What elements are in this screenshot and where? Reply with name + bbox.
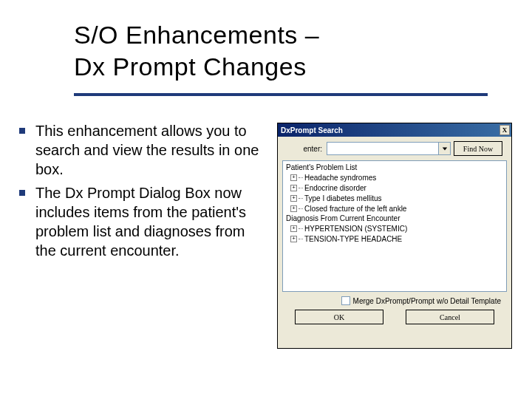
list-item: This enhancement allows you to search an… [19, 121, 263, 179]
tree-item-label: Headache syndromes [304, 174, 376, 182]
title-line-1: S/O Enhancements – [74, 21, 319, 49]
cancel-button[interactable]: Cancel [406, 310, 494, 324]
tree-item[interactable]: + Type I diabetes mellitus [284, 193, 505, 203]
tree-item-label: Type I diabetes mellitus [304, 194, 382, 202]
bullet-text: This enhancement allows you to search an… [35, 121, 263, 179]
expand-icon[interactable]: + [290, 205, 297, 212]
tree-item[interactable]: + Closed fracture of the left ankle [284, 203, 505, 214]
expand-icon[interactable]: + [290, 174, 297, 181]
expand-icon[interactable]: + [290, 225, 297, 232]
tree-item[interactable]: + HYPERTENSION (SYSTEMIC) [284, 223, 505, 233]
chevron-down-icon [442, 146, 448, 151]
tree-item[interactable]: + Endocrine disorder [284, 183, 505, 193]
tree-connector [299, 239, 303, 239]
dxprompt-search-dialog: DxPrompt Search X enter: Find Now Patien… [277, 123, 512, 349]
ok-button[interactable]: OK [295, 310, 383, 324]
close-icon: X [502, 127, 508, 134]
dropdown-button[interactable] [438, 143, 450, 154]
dialog-body: enter: Find Now Patient's Problem List +… [278, 137, 511, 348]
search-row: enter: Find Now [282, 141, 507, 156]
tree-connector [299, 188, 303, 188]
tree-connector [299, 228, 303, 229]
group-label-encounter: Diagnosis From Current Encounter [284, 214, 505, 223]
bullet-list: This enhancement allows you to search an… [19, 121, 263, 265]
slide-title-block: S/O Enhancements – Dx Prompt Changes [74, 19, 488, 82]
expand-icon[interactable]: + [290, 195, 297, 202]
tree-item-label: Closed fracture of the left ankle [304, 205, 406, 213]
merge-checkbox[interactable] [341, 296, 350, 305]
title-underline [74, 93, 488, 96]
tree-item-label: Endocrine disorder [304, 184, 366, 192]
close-button[interactable]: X [499, 125, 510, 135]
dialog-title: DxPrompt Search [281, 126, 343, 134]
slide-title: S/O Enhancements – Dx Prompt Changes [74, 19, 488, 82]
list-item: The Dx Prompt Dialog Box now includes it… [19, 183, 263, 260]
expand-icon[interactable]: + [290, 236, 297, 242]
find-now-button[interactable]: Find Now [454, 141, 502, 156]
expand-icon[interactable]: + [290, 185, 297, 191]
tree-connector [299, 208, 303, 209]
svg-marker-0 [442, 147, 446, 150]
merge-label: Merge DxPrompt/Prompt w/o Detail Templat… [353, 297, 501, 305]
search-label: enter: [287, 145, 324, 153]
tree-item[interactable]: + TENSION-TYPE HEADACHE [284, 233, 505, 244]
tree-connector [299, 177, 303, 178]
dialog-titlebar: DxPrompt Search X [278, 123, 511, 137]
results-listbox[interactable]: Patient's Problem List + Headache syndro… [282, 160, 507, 292]
tree-item[interactable]: + Headache syndromes [284, 172, 505, 183]
tree-item-label: TENSION-TYPE HEADACHE [304, 235, 402, 243]
tree-connector [299, 198, 303, 199]
title-line-2: Dx Prompt Changes [74, 52, 307, 81]
bullet-icon [19, 190, 25, 196]
merge-row: Merge DxPrompt/Prompt w/o Detail Templat… [282, 296, 507, 310]
bullet-icon [19, 128, 25, 134]
group-label-problem-list: Patient's Problem List [284, 163, 505, 172]
slide: S/O Enhancements – Dx Prompt Changes Thi… [0, 0, 532, 399]
tree-item-label: HYPERTENSION (SYSTEMIC) [304, 225, 407, 233]
dialog-button-row: OK Cancel [282, 310, 507, 327]
search-combobox[interactable] [327, 142, 451, 155]
bullet-text: The Dx Prompt Dialog Box now includes it… [35, 183, 263, 260]
